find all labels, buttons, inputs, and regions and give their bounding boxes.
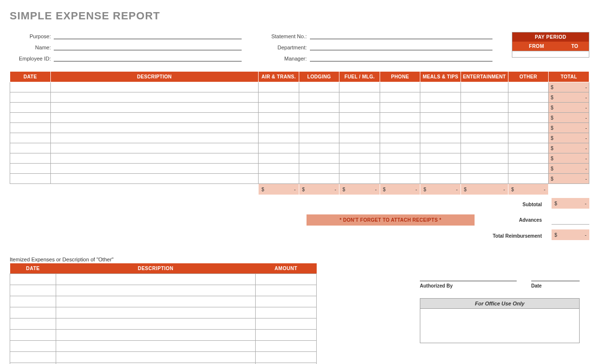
expense-cell[interactable] (508, 153, 549, 164)
expense-cell[interactable] (10, 113, 51, 123)
expense-cell[interactable] (339, 123, 380, 133)
expense-cell[interactable] (380, 113, 420, 123)
expense-cell[interactable] (50, 123, 258, 133)
expense-cell[interactable] (380, 103, 420, 113)
expense-cell[interactable] (259, 82, 299, 92)
expense-cell[interactable] (508, 174, 549, 184)
expense-cell[interactable] (259, 113, 299, 123)
expense-cell[interactable] (339, 153, 380, 164)
expense-cell[interactable] (259, 123, 299, 133)
input-name[interactable] (54, 43, 242, 50)
expense-cell[interactable] (259, 143, 299, 153)
expense-cell[interactable] (50, 164, 258, 174)
itemized-cell[interactable] (10, 352, 56, 363)
expense-cell[interactable] (299, 103, 339, 113)
expense-cell[interactable] (299, 92, 339, 103)
itemized-cell[interactable] (56, 296, 256, 307)
expense-cell[interactable] (420, 133, 461, 143)
expense-cell[interactable] (461, 153, 508, 164)
expense-cell[interactable] (461, 123, 508, 133)
expense-cell[interactable] (339, 164, 380, 174)
input-statement-no[interactable] (310, 32, 493, 39)
expense-cell[interactable] (461, 103, 508, 113)
expense-cell[interactable] (380, 82, 420, 92)
expense-cell[interactable] (339, 174, 380, 184)
expense-cell[interactable] (420, 143, 461, 153)
itemized-cell[interactable] (56, 307, 256, 318)
expense-cell[interactable] (299, 82, 339, 92)
itemized-cell[interactable] (10, 330, 56, 341)
expense-cell[interactable] (420, 92, 461, 103)
expense-cell[interactable] (10, 153, 51, 164)
expense-cell[interactable] (50, 92, 258, 103)
expense-cell[interactable] (299, 174, 339, 184)
expense-cell[interactable] (461, 133, 508, 143)
expense-cell[interactable] (259, 153, 299, 164)
itemized-cell[interactable] (10, 341, 56, 352)
expense-cell[interactable] (420, 174, 461, 184)
expense-cell[interactable] (10, 82, 51, 92)
expense-cell[interactable] (50, 113, 258, 123)
itemized-cell[interactable] (255, 330, 317, 341)
expense-cell[interactable] (508, 82, 549, 92)
input-department[interactable] (310, 43, 493, 50)
expense-cell[interactable] (259, 103, 299, 113)
input-purpose[interactable] (54, 32, 242, 39)
expense-cell[interactable] (420, 103, 461, 113)
expense-cell[interactable] (339, 143, 380, 153)
itemized-cell[interactable] (10, 274, 56, 285)
itemized-cell[interactable] (56, 285, 256, 296)
pay-period-from-cell[interactable] (512, 51, 561, 58)
expense-cell[interactable] (508, 103, 549, 113)
expense-cell[interactable] (420, 123, 461, 133)
itemized-cell[interactable] (255, 341, 317, 352)
itemized-cell[interactable] (10, 296, 56, 307)
expense-cell[interactable] (10, 133, 51, 143)
expense-cell[interactable] (259, 92, 299, 103)
expense-cell[interactable] (299, 164, 339, 174)
expense-cell[interactable] (461, 92, 508, 103)
itemized-cell[interactable] (255, 296, 317, 307)
expense-cell[interactable] (508, 133, 549, 143)
pay-period-to-cell[interactable] (561, 51, 589, 58)
expense-cell[interactable] (461, 113, 508, 123)
expense-cell[interactable] (10, 103, 51, 113)
expense-cell[interactable] (380, 174, 420, 184)
expense-cell[interactable] (461, 143, 508, 153)
expense-cell[interactable] (50, 153, 258, 164)
expense-cell[interactable] (50, 143, 258, 153)
itemized-cell[interactable] (10, 307, 56, 318)
itemized-cell[interactable] (10, 285, 56, 296)
itemized-cell[interactable] (56, 352, 256, 363)
itemized-cell[interactable] (56, 318, 256, 330)
expense-cell[interactable] (259, 133, 299, 143)
expense-cell[interactable] (339, 113, 380, 123)
expense-cell[interactable] (50, 82, 258, 92)
expense-cell[interactable] (420, 113, 461, 123)
itemized-cell[interactable] (255, 352, 317, 363)
expense-cell[interactable] (50, 174, 258, 184)
itemized-cell[interactable] (255, 307, 317, 318)
itemized-cell[interactable] (10, 318, 56, 330)
expense-cell[interactable] (420, 153, 461, 164)
input-employee-id[interactable] (54, 54, 242, 61)
expense-cell[interactable] (259, 164, 299, 174)
advances-value[interactable] (552, 213, 589, 225)
expense-cell[interactable] (420, 164, 461, 174)
expense-cell[interactable] (380, 92, 420, 103)
expense-cell[interactable] (461, 174, 508, 184)
expense-cell[interactable] (10, 92, 51, 103)
itemized-cell[interactable] (56, 274, 256, 285)
itemized-cell[interactable] (255, 274, 317, 285)
expense-cell[interactable] (299, 123, 339, 133)
expense-cell[interactable] (420, 82, 461, 92)
expense-cell[interactable] (50, 103, 258, 113)
expense-cell[interactable] (10, 123, 51, 133)
expense-cell[interactable] (461, 164, 508, 174)
expense-cell[interactable] (380, 143, 420, 153)
expense-cell[interactable] (259, 174, 299, 184)
itemized-cell[interactable] (56, 341, 256, 352)
expense-cell[interactable] (339, 82, 380, 92)
expense-cell[interactable] (380, 153, 420, 164)
expense-cell[interactable] (508, 113, 549, 123)
